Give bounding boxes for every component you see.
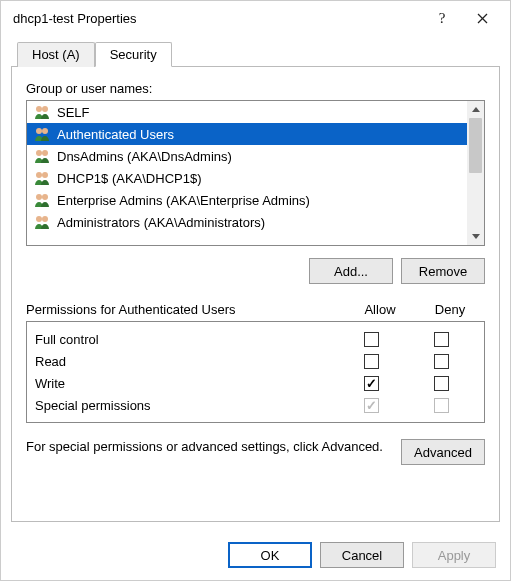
permission-row: Special permissions bbox=[35, 394, 476, 416]
svg-point-11 bbox=[42, 194, 48, 200]
permission-row: Write bbox=[35, 372, 476, 394]
allow-checkbox[interactable] bbox=[364, 332, 379, 347]
chevron-down-icon bbox=[472, 234, 480, 239]
properties-dialog: dhcp1-test Properties ? Host (A) Securit… bbox=[0, 0, 511, 581]
allow-checkbox bbox=[364, 398, 379, 413]
dialog-content: Host (A) Security Group or user names: S… bbox=[1, 35, 510, 530]
advanced-text: For special permissions or advanced sett… bbox=[26, 439, 389, 454]
list-item[interactable]: SELF bbox=[27, 101, 467, 123]
svg-point-12 bbox=[36, 216, 42, 222]
list-item-label: Enterprise Admins (AKA\Enterprise Admins… bbox=[57, 193, 310, 208]
group-list-inner: SELF Authenticated Users DnsAdmins (AKA\… bbox=[27, 101, 467, 245]
add-button[interactable]: Add... bbox=[309, 258, 393, 284]
list-item-label: Authenticated Users bbox=[57, 127, 174, 142]
svg-point-6 bbox=[36, 150, 42, 156]
permission-name: Full control bbox=[35, 332, 336, 347]
tabstrip: Host (A) Security bbox=[17, 41, 500, 66]
list-item-label: DHCP1$ (AKA\DHCP1$) bbox=[57, 171, 202, 186]
permissions-title: Permissions for Authenticated Users bbox=[26, 302, 345, 317]
list-item[interactable]: Enterprise Admins (AKA\Enterprise Admins… bbox=[27, 189, 467, 211]
group-label: Group or user names: bbox=[26, 81, 485, 96]
tabpage-security: Group or user names: SELF Authenticated … bbox=[11, 66, 500, 522]
advanced-row: For special permissions or advanced sett… bbox=[26, 439, 485, 465]
users-icon bbox=[33, 104, 51, 120]
list-item-label: Administrators (AKA\Administrators) bbox=[57, 215, 265, 230]
svg-point-9 bbox=[42, 172, 48, 178]
svg-point-7 bbox=[42, 150, 48, 156]
users-icon bbox=[33, 170, 51, 186]
permissions-header: Permissions for Authenticated Users Allo… bbox=[26, 302, 485, 317]
scrollbar[interactable] bbox=[467, 101, 484, 245]
permissions-box: Full control Read Write Special permissi… bbox=[26, 321, 485, 423]
advanced-button[interactable]: Advanced bbox=[401, 439, 485, 465]
list-item[interactable]: Authenticated Users bbox=[27, 123, 467, 145]
titlebar: dhcp1-test Properties ? bbox=[1, 1, 510, 35]
group-listbox[interactable]: SELF Authenticated Users DnsAdmins (AKA\… bbox=[26, 100, 485, 246]
permission-row: Full control bbox=[35, 328, 476, 350]
permission-name: Read bbox=[35, 354, 336, 369]
deny-header: Deny bbox=[415, 302, 485, 317]
users-icon bbox=[33, 192, 51, 208]
remove-button[interactable]: Remove bbox=[401, 258, 485, 284]
svg-point-13 bbox=[42, 216, 48, 222]
users-icon bbox=[33, 214, 51, 230]
apply-button: Apply bbox=[412, 542, 496, 568]
allow-checkbox[interactable] bbox=[364, 354, 379, 369]
scroll-down-button[interactable] bbox=[467, 228, 484, 245]
help-button[interactable]: ? bbox=[422, 4, 462, 32]
permission-name: Write bbox=[35, 376, 336, 391]
close-button[interactable] bbox=[462, 4, 502, 32]
svg-point-10 bbox=[36, 194, 42, 200]
list-item-label: SELF bbox=[57, 105, 90, 120]
ok-button[interactable]: OK bbox=[228, 542, 312, 568]
dialog-footer: OK Cancel Apply bbox=[1, 530, 510, 580]
users-icon bbox=[33, 148, 51, 164]
permission-name: Special permissions bbox=[35, 398, 336, 413]
svg-point-8 bbox=[36, 172, 42, 178]
deny-checkbox bbox=[434, 398, 449, 413]
cancel-button[interactable]: Cancel bbox=[320, 542, 404, 568]
deny-checkbox[interactable] bbox=[434, 376, 449, 391]
svg-marker-14 bbox=[472, 107, 480, 112]
svg-point-2 bbox=[36, 106, 42, 112]
svg-point-4 bbox=[36, 128, 42, 134]
deny-checkbox[interactable] bbox=[434, 332, 449, 347]
window-title: dhcp1-test Properties bbox=[13, 11, 422, 26]
list-item[interactable]: DHCP1$ (AKA\DHCP1$) bbox=[27, 167, 467, 189]
deny-checkbox[interactable] bbox=[434, 354, 449, 369]
group-button-row: Add... Remove bbox=[26, 258, 485, 284]
tab-host[interactable]: Host (A) bbox=[17, 42, 95, 67]
allow-checkbox[interactable] bbox=[364, 376, 379, 391]
list-item-label: DnsAdmins (AKA\DnsAdmins) bbox=[57, 149, 232, 164]
tab-security[interactable]: Security bbox=[95, 42, 172, 67]
svg-point-3 bbox=[42, 106, 48, 112]
list-item[interactable]: DnsAdmins (AKA\DnsAdmins) bbox=[27, 145, 467, 167]
scroll-thumb[interactable] bbox=[469, 118, 482, 173]
permission-row: Read bbox=[35, 350, 476, 372]
users-icon bbox=[33, 126, 51, 142]
scroll-up-button[interactable] bbox=[467, 101, 484, 118]
allow-header: Allow bbox=[345, 302, 415, 317]
svg-marker-15 bbox=[472, 234, 480, 239]
list-item[interactable]: Administrators (AKA\Administrators) bbox=[27, 211, 467, 233]
scroll-track[interactable] bbox=[467, 118, 484, 228]
chevron-up-icon bbox=[472, 107, 480, 112]
svg-point-5 bbox=[42, 128, 48, 134]
close-icon bbox=[477, 13, 488, 24]
